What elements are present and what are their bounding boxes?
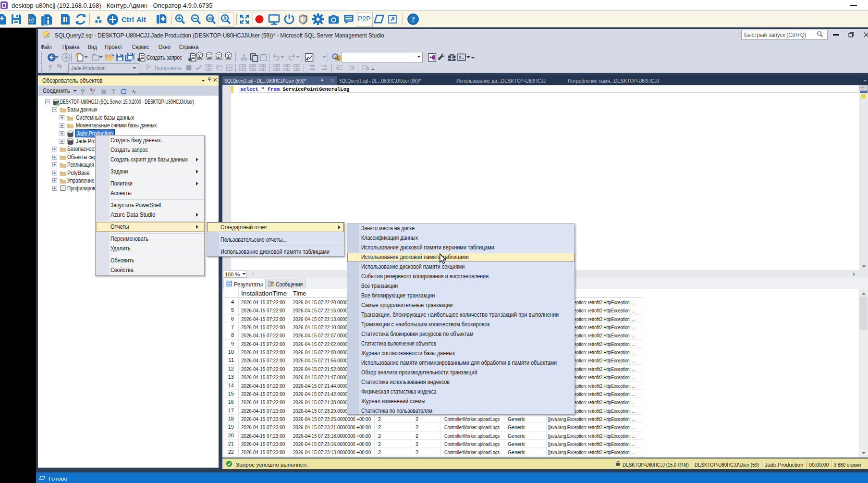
svg-text:A: A: [223, 16, 226, 21]
svg-text:2: 2: [321, 64, 323, 67]
svg-text:100: 100: [207, 16, 213, 21]
svg-text:?: ?: [411, 15, 415, 23]
